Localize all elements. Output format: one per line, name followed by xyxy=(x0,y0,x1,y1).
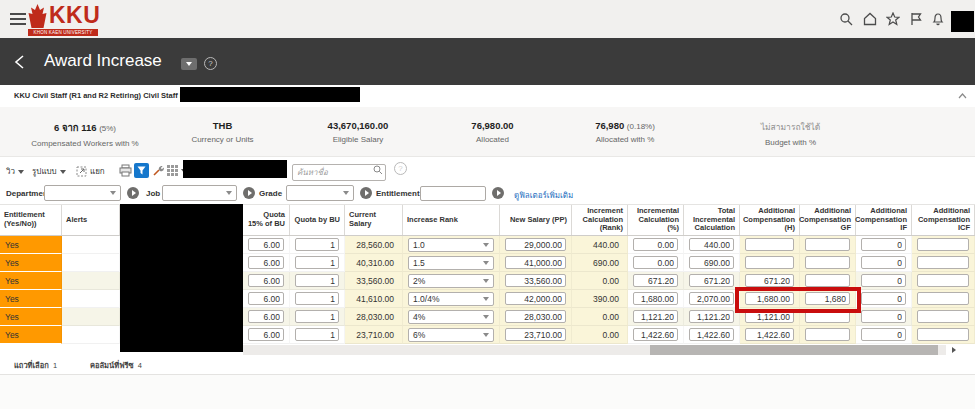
job-select[interactable] xyxy=(162,185,237,201)
col-header-comp-if[interactable]: Additional Compensation IF xyxy=(856,205,912,235)
total-incremental-input[interactable] xyxy=(689,274,734,287)
comp-gf-input[interactable] xyxy=(805,328,850,341)
quota15-input[interactable] xyxy=(248,292,284,305)
incremental-pct-input[interactable] xyxy=(633,238,678,251)
notifications-bell-icon[interactable] xyxy=(931,12,945,26)
entitlement-go-icon[interactable] xyxy=(492,187,504,199)
search-name-input[interactable] xyxy=(292,164,386,181)
detach-button[interactable]: แยก xyxy=(76,165,105,178)
tools-wrench-icon[interactable] xyxy=(152,164,165,177)
increase-rank-select[interactable]: 1.5 xyxy=(408,256,494,270)
search-input-magnifier-icon[interactable] xyxy=(373,165,383,175)
comp-if-input[interactable] xyxy=(861,292,906,305)
col-header-new-salary[interactable]: New Salary (PP) xyxy=(500,205,572,235)
quota-bu-input[interactable] xyxy=(295,256,339,269)
comp-if-input[interactable] xyxy=(861,256,906,269)
quota15-input[interactable] xyxy=(248,274,284,287)
home-icon[interactable] xyxy=(863,12,877,26)
incremental-pct-input[interactable] xyxy=(633,310,678,323)
total-incremental-input[interactable] xyxy=(689,292,734,305)
increase-rank-select[interactable]: 1.0 xyxy=(408,238,494,252)
new-salary-input[interactable] xyxy=(505,328,566,341)
quota15-input[interactable] xyxy=(248,310,284,323)
comp-if-input[interactable] xyxy=(861,238,906,251)
back-arrow-icon[interactable] xyxy=(14,54,25,70)
new-salary-input[interactable] xyxy=(505,238,566,251)
col-header-comp-icf[interactable]: Additional Compensation ICF xyxy=(912,205,975,235)
comp-icf-input[interactable] xyxy=(917,292,969,305)
comp-gf-input[interactable] xyxy=(805,274,850,287)
entitlement-cell[interactable]: Yes xyxy=(0,326,62,344)
quota15-input[interactable] xyxy=(248,328,284,341)
quota-bu-input[interactable] xyxy=(295,292,339,305)
increase-rank-select[interactable]: 6% xyxy=(408,328,494,342)
toolbar-help-icon[interactable]: ? xyxy=(394,162,407,175)
col-header-total-incremental[interactable]: Total Incremental Calculation xyxy=(684,205,740,235)
favorites-star-icon[interactable] xyxy=(886,12,900,26)
col-header-incremental-pct[interactable]: Incremental Calculation (%) xyxy=(628,205,684,235)
comp-icf-input[interactable] xyxy=(917,256,969,269)
comp-h-input[interactable] xyxy=(745,274,794,287)
title-help-icon[interactable]: ? xyxy=(204,57,217,70)
horizontal-scrollbar-thumb[interactable] xyxy=(650,345,938,355)
total-incremental-input[interactable] xyxy=(689,310,734,323)
col-header-quota15[interactable]: Quota 15% of BU xyxy=(243,205,290,235)
incremental-pct-input[interactable] xyxy=(633,328,678,341)
grade-go-icon[interactable] xyxy=(360,187,372,199)
comp-icf-input[interactable] xyxy=(917,238,969,251)
announcements-flag-icon[interactable] xyxy=(909,12,923,26)
grade-select[interactable] xyxy=(286,185,354,201)
new-salary-input[interactable] xyxy=(505,292,566,305)
comp-icf-input[interactable] xyxy=(917,274,969,287)
comp-if-input[interactable] xyxy=(861,328,906,341)
col-header-increase-rank[interactable]: Increase Rank xyxy=(403,205,500,235)
comp-h-input[interactable] xyxy=(745,256,794,269)
comp-gf-input[interactable] xyxy=(805,238,850,251)
new-salary-input[interactable] xyxy=(505,310,566,323)
comp-icf-input[interactable] xyxy=(917,328,969,341)
new-salary-input[interactable] xyxy=(505,256,566,269)
filter-toggle-button[interactable] xyxy=(134,163,149,178)
redacted-user-avatar[interactable] xyxy=(951,11,974,32)
quota-bu-input[interactable] xyxy=(295,328,339,341)
comp-if-input[interactable] xyxy=(861,310,906,323)
incremental-pct-input[interactable] xyxy=(633,274,678,287)
quota15-input[interactable] xyxy=(248,238,284,251)
increase-rank-select[interactable]: 1.0/4% xyxy=(408,292,494,306)
col-header-alerts[interactable]: Alerts xyxy=(62,205,120,235)
quota15-input[interactable] xyxy=(248,256,284,269)
entitlement-cell[interactable]: Yes xyxy=(0,254,62,272)
increase-rank-select[interactable]: 4% xyxy=(408,310,494,324)
comp-h-input[interactable] xyxy=(745,238,794,251)
col-header-entitlement[interactable]: Entitlement (Yes/No)) xyxy=(0,205,62,235)
col-header-current-salary[interactable]: Current Salary xyxy=(345,205,403,235)
comp-gf-input[interactable] xyxy=(805,256,850,269)
comp-h-input[interactable] xyxy=(745,328,794,341)
comp-if-input[interactable] xyxy=(861,274,906,287)
hamburger-menu-icon[interactable] xyxy=(10,13,26,25)
more-filters-link[interactable]: ดูฟิลเตอร์เพิ่มเติม xyxy=(514,189,573,202)
print-icon[interactable] xyxy=(119,164,132,177)
entitlement-cell[interactable]: Yes xyxy=(0,236,62,254)
entitlement-cell[interactable]: Yes xyxy=(0,308,62,326)
comp-icf-input[interactable] xyxy=(917,310,969,323)
quota-bu-input[interactable] xyxy=(295,274,339,287)
scroll-right-arrow-icon[interactable] xyxy=(947,345,960,355)
format-menu[interactable]: รูปแบบ xyxy=(32,165,66,178)
total-incremental-input[interactable] xyxy=(689,328,734,341)
entitlement-cell[interactable]: Yes xyxy=(0,290,62,308)
entitlement-input[interactable] xyxy=(420,186,486,201)
col-header-increment-rank[interactable]: Increment Calculation (Rank) xyxy=(572,205,628,235)
quota-bu-input[interactable] xyxy=(295,310,339,323)
entitlement-cell[interactable]: Yes xyxy=(0,272,62,290)
total-incremental-input[interactable] xyxy=(689,256,734,269)
view-menu[interactable]: วิว xyxy=(6,165,24,178)
incremental-pct-input[interactable] xyxy=(633,292,678,305)
guided-tour-icon[interactable] xyxy=(181,58,197,70)
collapse-summary-chevron-icon[interactable] xyxy=(958,93,967,99)
increase-rank-select[interactable]: 2% xyxy=(408,274,494,288)
new-salary-input[interactable] xyxy=(505,274,566,287)
search-icon[interactable] xyxy=(839,12,853,26)
col-header-quota-bu[interactable]: Quota by BU xyxy=(290,205,345,235)
col-header-comp-h[interactable]: Additional Compensation (H) xyxy=(740,205,800,235)
